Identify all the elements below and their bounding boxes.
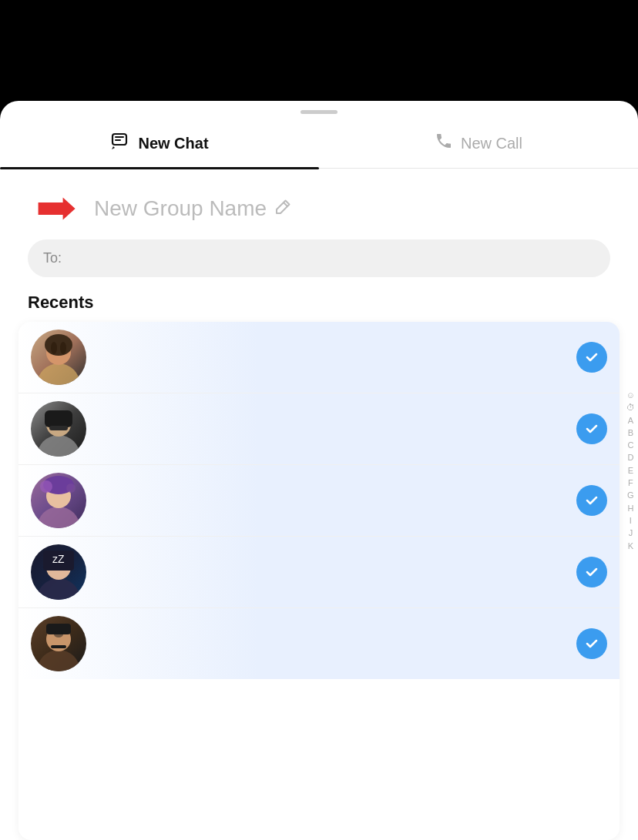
to-input-wrapper[interactable]: To: (28, 239, 610, 277)
avatar (31, 330, 86, 385)
svg-point-17 (40, 480, 52, 493)
selected-check[interactable] (576, 413, 607, 444)
recents-list: zZ (18, 322, 620, 840)
tab-new-chat[interactable]: New Chat (0, 117, 319, 168)
new-call-icon (435, 132, 453, 155)
side-alphabetical-index: ☺ ⏱ A B C D E F G H I J K (626, 390, 638, 551)
to-label: To: (43, 250, 62, 266)
index-letter-e[interactable]: E (628, 465, 633, 476)
avatar (31, 616, 86, 671)
svg-point-14 (37, 507, 80, 528)
selected-check[interactable] (576, 342, 607, 373)
index-emoji-icon[interactable]: ☺ (626, 390, 635, 400)
index-letter-c[interactable]: C (627, 440, 633, 450)
contact-row[interactable] (18, 393, 620, 465)
svg-point-5 (37, 363, 80, 385)
svg-point-19 (37, 578, 80, 600)
svg-point-7 (45, 334, 72, 356)
drag-handle-row (0, 101, 638, 117)
tab-new-chat-label: New Chat (138, 135, 208, 152)
drag-handle[interactable] (301, 110, 337, 114)
svg-marker-3 (39, 198, 76, 220)
index-letter-k[interactable]: K (628, 540, 633, 551)
index-recent-icon[interactable]: ⏱ (626, 402, 635, 413)
bottom-sheet: New Chat New Call New Group Name (0, 101, 638, 840)
selected-check[interactable] (576, 628, 607, 659)
svg-rect-12 (45, 410, 72, 427)
svg-point-8 (51, 342, 57, 354)
recents-section-label: Recents (0, 293, 638, 322)
index-letter-i[interactable]: I (630, 515, 632, 526)
contact-row[interactable]: zZ (18, 537, 620, 608)
svg-rect-27 (51, 645, 66, 648)
avatar (31, 401, 86, 457)
svg-point-26 (54, 631, 63, 638)
contact-row[interactable] (18, 322, 620, 393)
tab-new-call[interactable]: New Call (319, 117, 638, 168)
index-letter-j[interactable]: J (629, 527, 633, 538)
new-chat-icon (110, 131, 130, 156)
index-letter-b[interactable]: B (628, 427, 633, 438)
avatar (31, 473, 86, 528)
index-letter-g[interactable]: G (627, 490, 634, 500)
svg-text:zZ: zZ (52, 553, 65, 565)
group-name-placeholder: New Group Name (94, 196, 267, 221)
active-tab-underline (0, 167, 319, 169)
group-name-display[interactable]: New Group Name (94, 196, 293, 221)
tab-bar: New Chat New Call (0, 117, 638, 169)
svg-point-18 (66, 484, 76, 493)
svg-rect-13 (49, 426, 68, 430)
svg-point-23 (37, 650, 80, 671)
avatar: zZ (31, 544, 86, 600)
svg-point-10 (37, 435, 80, 457)
index-letter-h[interactable]: H (627, 503, 633, 514)
tab-new-call-label: New Call (461, 135, 522, 152)
group-name-row: New Group Name (0, 169, 638, 239)
index-letter-f[interactable]: F (628, 477, 633, 488)
edit-group-name-icon (274, 197, 293, 220)
selected-check[interactable] (576, 557, 607, 587)
svg-line-4 (284, 202, 287, 206)
contact-row[interactable] (18, 608, 620, 679)
index-letter-d[interactable]: D (627, 453, 633, 464)
to-input[interactable] (69, 250, 595, 266)
index-letter-a[interactable]: A (628, 415, 633, 426)
to-field-row: To: (28, 239, 610, 277)
contact-row[interactable] (18, 465, 620, 537)
arrow-indicator (31, 193, 80, 224)
selected-check[interactable] (576, 485, 607, 516)
svg-point-9 (60, 342, 66, 354)
